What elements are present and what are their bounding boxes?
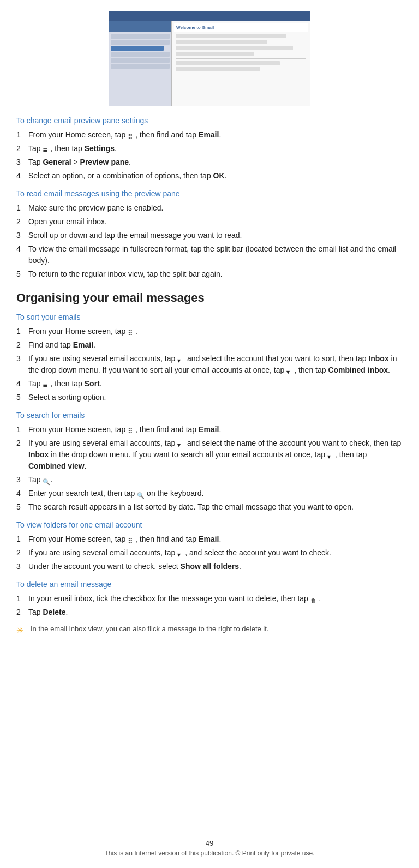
step-text: In your email inbox, tick the checkbox f… bbox=[28, 593, 403, 604]
section-heading-preview-pane: To change email preview pane settings bbox=[16, 116, 403, 125]
step-item: 3 If you are using several email account… bbox=[16, 353, 403, 376]
step-number: 3 bbox=[16, 353, 28, 376]
step-item: 1 Make sure the preview pane is enabled. bbox=[16, 202, 403, 214]
step-item: 1 From your Home screen, tap , then find… bbox=[16, 424, 403, 435]
step-number: 2 bbox=[16, 339, 28, 351]
step-number: 3 bbox=[16, 157, 28, 168]
steps-preview-pane: 1 From your Home screen, tap , then find… bbox=[16, 129, 403, 182]
section-heading-folders: To view folders for one email account bbox=[16, 520, 403, 529]
step-item: 1 In your email inbox, tick the checkbox… bbox=[16, 593, 403, 604]
section-search-emails: To search for emails 1 From your Home sc… bbox=[16, 411, 403, 513]
step-item: 2 If you are using several email account… bbox=[16, 547, 403, 559]
step-item: 3 Tap . bbox=[16, 474, 403, 486]
step-item: 5 To return to the regular inbox view, t… bbox=[16, 268, 403, 280]
step-text: If you are using several email accounts,… bbox=[28, 438, 403, 472]
step-number: 4 bbox=[16, 170, 28, 182]
menu-icon bbox=[43, 380, 50, 387]
step-number: 1 bbox=[16, 129, 28, 141]
step-item: 5 Select a sorting option. bbox=[16, 392, 403, 403]
step-text: Select a sorting option. bbox=[28, 392, 403, 403]
step-item: 4 Tap , then tap Sort. bbox=[16, 378, 403, 390]
step-item: 3 Under the account you want to check, s… bbox=[16, 561, 403, 572]
step-item: 4 Enter your search text, then tap on th… bbox=[16, 488, 403, 499]
step-text: Under the account you want to check, sel… bbox=[28, 561, 403, 572]
footer-text: This is an Internet version of this publ… bbox=[0, 849, 419, 857]
step-number: 2 bbox=[16, 216, 28, 228]
step-number: 3 bbox=[16, 561, 28, 572]
step-text: From your Home screen, tap . bbox=[28, 326, 403, 337]
step-number: 1 bbox=[16, 202, 28, 214]
page-container: Welcome to Gmail To change email preview bbox=[0, 0, 419, 673]
step-text: If you are using several email accounts,… bbox=[28, 547, 403, 559]
tip-box: ✳ In the email inbox view, you can also … bbox=[16, 625, 403, 636]
section-heading-sort: To sort your emails bbox=[16, 313, 403, 321]
steps-view-folders: 1 From your Home screen, tap , then find… bbox=[16, 534, 403, 572]
step-text: Tap Delete. bbox=[28, 607, 403, 618]
page-footer: 49 This is an Internet version of this p… bbox=[0, 839, 419, 857]
tip-icon: ✳ bbox=[16, 625, 26, 636]
step-item: 1 From your Home screen, tap . bbox=[16, 326, 403, 337]
step-text: To return to the regular inbox view, tap… bbox=[28, 268, 403, 280]
grid-icon bbox=[128, 426, 135, 433]
search-icon bbox=[43, 476, 50, 483]
step-number: 4 bbox=[16, 488, 28, 499]
step-text: From your Home screen, tap , then find a… bbox=[28, 534, 403, 545]
dropdown-icon bbox=[327, 451, 335, 458]
grid-icon bbox=[128, 535, 135, 543]
step-item: 2 Tap , then tap Settings. bbox=[16, 143, 403, 154]
tip-text: In the email inbox view, you can also fl… bbox=[31, 625, 268, 633]
step-item: 5 The search result appears in a list so… bbox=[16, 501, 403, 513]
section-read-email: To read email messages using the preview… bbox=[16, 189, 403, 280]
step-text: Tap , then tap Sort. bbox=[28, 378, 403, 390]
trash-icon bbox=[310, 595, 318, 602]
page-number: 49 bbox=[0, 839, 419, 847]
step-item: 1 From your Home screen, tap , then find… bbox=[16, 129, 403, 141]
dropdown-icon bbox=[286, 366, 294, 374]
step-number: 5 bbox=[16, 268, 28, 280]
step-number: 2 bbox=[16, 607, 28, 618]
steps-delete-email: 1 In your email inbox, tick the checkbox… bbox=[16, 593, 403, 618]
dropdown-icon bbox=[177, 355, 185, 362]
step-number: 1 bbox=[16, 534, 28, 545]
grid-icon bbox=[128, 131, 135, 139]
section-heading-delete: To delete an email message bbox=[16, 580, 403, 589]
section-delete-email: To delete an email message 1 In your ema… bbox=[16, 580, 403, 636]
step-text: Make sure the preview pane is enabled. bbox=[28, 202, 403, 214]
step-number: 1 bbox=[16, 593, 28, 604]
screenshot-image: Welcome to Gmail bbox=[109, 11, 310, 106]
step-number: 1 bbox=[16, 326, 28, 337]
step-text: Open your email inbox. bbox=[28, 216, 403, 228]
step-text: Select an option, or a combination of op… bbox=[28, 170, 403, 182]
steps-sort-emails: 1 From your Home screen, tap . 2 Find an… bbox=[16, 326, 403, 403]
steps-read-email: 1 Make sure the preview pane is enabled.… bbox=[16, 202, 403, 280]
step-text: To view the email message in fullscreen … bbox=[28, 243, 403, 266]
step-item: 2 Open your email inbox. bbox=[16, 216, 403, 228]
step-item: 2 If you are using several email account… bbox=[16, 438, 403, 472]
step-item: 1 From your Home screen, tap , then find… bbox=[16, 534, 403, 545]
step-item: 3 Scroll up or down and tap the email me… bbox=[16, 230, 403, 241]
dropdown-icon bbox=[177, 549, 185, 556]
grid-icon bbox=[128, 327, 135, 335]
step-number: 4 bbox=[16, 378, 28, 390]
step-number: 3 bbox=[16, 474, 28, 486]
menu-icon bbox=[43, 145, 50, 152]
step-number: 3 bbox=[16, 230, 28, 241]
organising-heading: Organising your email messages bbox=[16, 291, 403, 305]
step-item: 4 Select an option, or a combination of … bbox=[16, 170, 403, 182]
step-number: 5 bbox=[16, 392, 28, 403]
step-number: 2 bbox=[16, 547, 28, 559]
section-preview-pane-settings: To change email preview pane settings 1 … bbox=[16, 116, 403, 182]
section-heading-search: To search for emails bbox=[16, 411, 403, 420]
step-text: Tap General > Preview pane. bbox=[28, 157, 403, 168]
step-number: 2 bbox=[16, 143, 28, 154]
step-text: If you are using several email accounts,… bbox=[28, 353, 403, 376]
step-item: 3 Tap General > Preview pane. bbox=[16, 157, 403, 168]
search-icon bbox=[137, 489, 145, 497]
step-text: Tap . bbox=[28, 474, 403, 486]
section-view-folders: To view folders for one email account 1 … bbox=[16, 520, 403, 572]
step-item: 2 Find and tap Email. bbox=[16, 339, 403, 351]
step-text: The search result appears in a list sort… bbox=[28, 501, 403, 513]
dropdown-icon bbox=[177, 439, 185, 447]
step-number: 1 bbox=[16, 424, 28, 435]
section-sort-emails: To sort your emails 1 From your Home scr… bbox=[16, 313, 403, 403]
